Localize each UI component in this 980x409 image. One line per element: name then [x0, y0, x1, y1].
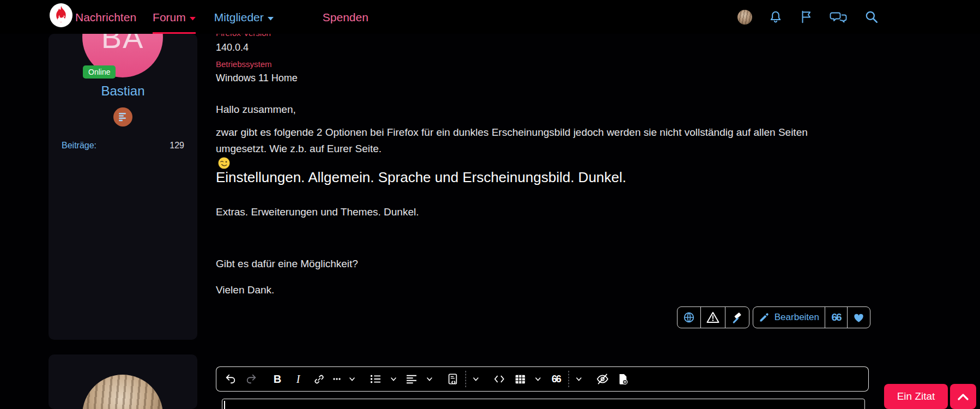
- edit-button-label: Bearbeiten: [775, 312, 819, 323]
- blockquote-dropdown[interactable]: [572, 370, 586, 388]
- author-post-count: Beiträge: 129: [49, 141, 197, 151]
- link-icon: [313, 374, 325, 385]
- align-icon: [406, 374, 417, 384]
- list-button[interactable]: [366, 370, 385, 388]
- search-icon[interactable]: [864, 10, 879, 24]
- spoiler-button[interactable]: [592, 370, 612, 388]
- nav-link-spenden[interactable]: Spenden: [323, 0, 368, 34]
- nav-link-label: Nachrichten: [75, 11, 136, 24]
- author-username[interactable]: Bastian: [49, 83, 197, 99]
- quote-button[interactable]: 66: [825, 307, 848, 328]
- next-author-avatar[interactable]: [82, 375, 163, 409]
- chevron-up-icon: [958, 393, 969, 400]
- chevron-down-icon: [427, 377, 432, 381]
- table-icon: [515, 374, 526, 384]
- report-button[interactable]: [701, 307, 725, 328]
- post-author-card: BA Online Bastian Beiträge: 129: [49, 34, 197, 340]
- italic-button[interactable]: I: [288, 370, 308, 388]
- blockquote-button[interactable]: 66: [546, 370, 566, 388]
- site-logo[interactable]: [49, 3, 73, 28]
- warning-icon: [706, 311, 719, 323]
- chevron-down-icon: [473, 377, 479, 381]
- template-icon: [447, 373, 459, 385]
- posts-rank-badge: [113, 107, 132, 127]
- editor-toolbar: B I: [216, 366, 869, 392]
- online-status-badge: Online: [83, 65, 116, 79]
- toolbar-separator: [465, 371, 466, 387]
- editor-content-area[interactable]: [222, 399, 865, 409]
- post-paragraph: Gibt es dafür eine Möglichkeit?: [216, 256, 837, 272]
- code-icon: [494, 375, 505, 383]
- posts-rank-icon: [118, 112, 128, 122]
- field-value-firefox-version: 140.0.4: [216, 42, 249, 53]
- list-icon: [370, 374, 381, 384]
- more-icon: [332, 377, 341, 381]
- alignment-button[interactable]: [402, 370, 421, 388]
- bell-icon[interactable]: [769, 10, 783, 24]
- bold-button[interactable]: B: [268, 370, 287, 388]
- link-button[interactable]: [309, 370, 329, 388]
- like-button[interactable]: [848, 307, 870, 328]
- toolbar-separator: [568, 371, 569, 387]
- more-formatting-dropdown[interactable]: [345, 370, 359, 388]
- redo-icon: [245, 374, 257, 384]
- undo-button[interactable]: [221, 370, 240, 388]
- heart-icon: [853, 312, 864, 323]
- nav-link-forum[interactable]: Forum: [153, 0, 196, 34]
- text-cursor: [224, 401, 225, 409]
- page: Nachrichten Forum Mitglieder Spenden: [0, 0, 980, 409]
- attach-file-icon: [618, 373, 628, 385]
- post-paragraph: Vielen Dank.: [216, 282, 837, 298]
- nav-link-label: Spenden: [323, 11, 368, 24]
- navbar-icons: [737, 0, 879, 34]
- flame-fox-logo-icon: [49, 3, 73, 28]
- chevron-down-icon: [576, 377, 582, 381]
- redo-button[interactable]: [241, 370, 261, 388]
- nav-link-nachrichten[interactable]: Nachrichten: [75, 0, 136, 34]
- inline-code-button[interactable]: [489, 370, 509, 388]
- more-formatting-button[interactable]: [330, 370, 344, 388]
- post-paragraph: Extras. Erweiterungen und Themes. Dunkel…: [216, 204, 837, 220]
- field-label-betriebssystem: Betriebssystem: [216, 59, 272, 69]
- flag-icon[interactable]: [799, 10, 813, 24]
- moderate-button[interactable]: [725, 307, 749, 328]
- undo-icon: [225, 374, 237, 384]
- post-paragraph: zwar gibt es folgende 2 Optionen bei Fir…: [216, 124, 837, 169]
- user-avatar[interactable]: [737, 10, 752, 25]
- insert-template-button[interactable]: [443, 370, 463, 388]
- nav-link-mitglieder[interactable]: Mitglieder: [214, 0, 274, 34]
- nav-link-label: Forum: [153, 11, 186, 24]
- edit-button-group: Bearbeiten 66: [753, 306, 870, 328]
- table-button[interactable]: [510, 370, 530, 388]
- chevron-down-icon: [391, 377, 396, 381]
- gavel-icon: [731, 311, 743, 324]
- list-dropdown[interactable]: [386, 370, 401, 388]
- post-paragraph: Hallo zusammen,: [216, 101, 837, 118]
- scroll-to-top-button[interactable]: [950, 384, 976, 409]
- attach-file-button[interactable]: [613, 370, 633, 388]
- post-heading: Einstellungen. Allgemein. Sprache und Er…: [216, 169, 626, 186]
- conversations-icon[interactable]: [830, 10, 848, 24]
- navbar: Nachrichten Forum Mitglieder Spenden: [0, 0, 980, 34]
- quote-icon: 66: [831, 311, 840, 323]
- reply-editor: B I: [216, 366, 869, 392]
- stat-value: 129: [170, 141, 184, 151]
- pencil-icon: [759, 312, 770, 323]
- chevron-down-icon: [349, 377, 355, 381]
- nav-link-label: Mitglieder: [214, 11, 264, 24]
- spoiler-eye-icon: [596, 374, 609, 384]
- share-button[interactable]: [677, 307, 701, 328]
- wink-emoji: [218, 157, 230, 169]
- chevron-down-icon: [268, 16, 274, 21]
- chevron-down-icon: [190, 16, 196, 21]
- globe-icon: [683, 311, 695, 323]
- table-dropdown[interactable]: [531, 370, 545, 388]
- alignment-dropdown[interactable]: [422, 370, 437, 388]
- chevron-down-icon: [535, 377, 541, 381]
- nav-links: Nachrichten Forum Mitglieder Spenden: [75, 0, 368, 34]
- quote-counter-button[interactable]: Ein Zitat: [884, 384, 948, 409]
- stat-label: Beiträge:: [62, 141, 96, 151]
- edit-button[interactable]: Bearbeiten: [753, 307, 825, 328]
- post-actions: Bearbeiten 66: [216, 306, 870, 328]
- template-dropdown[interactable]: [469, 370, 483, 388]
